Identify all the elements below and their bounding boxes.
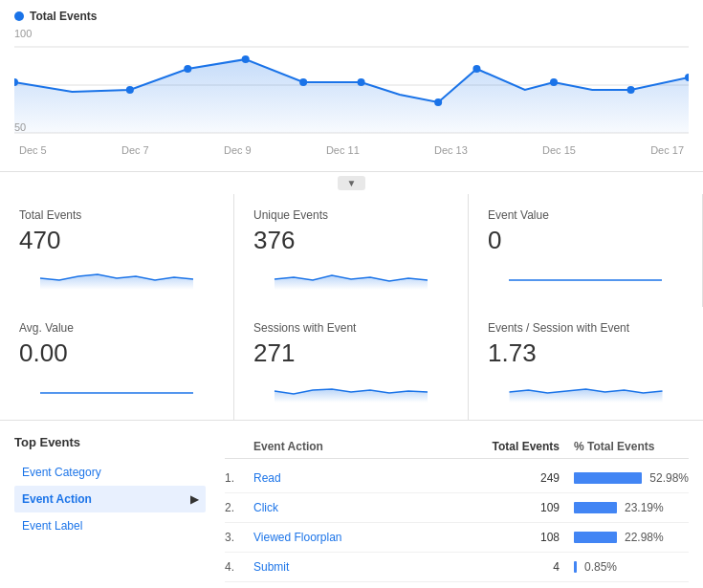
sparkline-avg-value — [19, 374, 214, 403]
svg-point-8 — [299, 78, 307, 86]
legend-label: Total Events — [30, 10, 97, 23]
metric-cell-avg-value: Avg. Value 0.00 — [0, 307, 234, 420]
metric-value-avg-value: 0.00 — [19, 338, 214, 368]
row-name-submit[interactable]: Submit — [253, 560, 478, 574]
metric-cell-sessions-event: Sessions with Event 271 — [234, 307, 469, 420]
x-label-dec13: Dec 13 — [434, 144, 468, 156]
col-header-action: Event Action — [253, 440, 478, 453]
y-labels: 100 50 — [14, 28, 32, 133]
svg-point-13 — [627, 86, 635, 94]
chart-container: Total Events 100 50 — [0, 0, 703, 172]
chart-legend: Total Events — [14, 10, 689, 23]
metric-value-events-per-session: 1.73 — [488, 338, 684, 368]
row-total-floorplan: 108 — [478, 531, 574, 544]
metric-label-unique-events: Unique Events — [253, 208, 449, 222]
chart-area: 100 50 — [14, 28, 689, 162]
row-total-click: 109 — [478, 501, 574, 514]
sidebar-item-event-action[interactable]: Event Action ▶ — [14, 486, 206, 512]
bar-click — [574, 502, 617, 513]
svg-point-5 — [126, 86, 134, 94]
row-total-read: 249 — [478, 471, 574, 485]
metric-label-events-per-session: Events / Session with Event — [488, 321, 684, 335]
table-area: Event Action Total Events % Total Events… — [225, 435, 689, 582]
top-events-title: Top Events — [14, 435, 206, 449]
svg-marker-3 — [14, 59, 689, 133]
row-name-floorplan[interactable]: Viewed Floorplan — [253, 531, 478, 544]
x-label-dec15: Dec 15 — [542, 144, 576, 156]
metrics-grid: Total Events 470 Unique Events 376 — [0, 194, 703, 421]
bar-cell-submit: 0.85% — [574, 560, 689, 574]
svg-point-7 — [242, 55, 250, 63]
bar-floorplan — [574, 532, 617, 543]
bottom-section: Top Events Event Category Event Action ▶… — [0, 421, 703, 588]
bar-submit — [574, 561, 577, 573]
svg-point-11 — [472, 65, 480, 73]
col-header-total: Total Events — [478, 440, 574, 453]
bar-cell-read: 52.98% — [574, 471, 689, 485]
pct-floorplan: 22.98% — [625, 531, 664, 544]
sidebar-item-event-label[interactable]: Event Label — [14, 512, 206, 539]
chart-svg — [14, 28, 689, 142]
metric-cell-events-per-session: Events / Session with Event 1.73 — [469, 307, 703, 420]
pct-read: 52.98% — [649, 471, 689, 485]
table-row: 1. Read 249 52.98% — [225, 464, 689, 493]
rank-4: 4. — [225, 560, 253, 574]
metric-value-unique-events: 376 — [253, 226, 449, 255]
svg-point-10 — [434, 98, 442, 106]
metric-value-sessions-event: 271 — [253, 338, 449, 368]
pct-submit: 0.85% — [584, 560, 617, 574]
y-label-100: 100 — [14, 28, 32, 39]
legend-dot — [14, 11, 24, 21]
x-label-dec9: Dec 9 — [224, 144, 252, 156]
sparkline-unique-events — [253, 261, 449, 290]
row-total-submit: 4 — [478, 560, 574, 574]
y-label-50: 50 — [14, 121, 32, 133]
sparkline-total-events — [19, 261, 214, 290]
bar-cell-click: 23.19% — [574, 501, 689, 514]
metric-cell-total-events: Total Events 470 — [0, 194, 234, 307]
sparkline-events-per-session — [488, 374, 684, 403]
metric-label-sessions-event: Sessions with Event — [253, 321, 449, 335]
sparkline-event-value — [488, 261, 683, 290]
sidebar-label-event-category: Event Category — [22, 466, 101, 479]
top-events-sidebar: Top Events Event Category Event Action ▶… — [14, 435, 206, 582]
rank-2: 2. — [225, 501, 253, 514]
metric-value-event-value: 0 — [488, 226, 683, 255]
col-header-pct: % Total Events — [574, 440, 689, 453]
metric-label-event-value: Event Value — [488, 208, 683, 222]
table-row: 3. Viewed Floorplan 108 22.98% — [225, 523, 689, 553]
sidebar-label-event-label: Event Label — [22, 519, 82, 533]
table-row: 4. Submit 4 0.85% — [225, 553, 689, 582]
metric-label-total-events: Total Events — [19, 208, 214, 222]
metric-value-total-events: 470 — [19, 226, 214, 255]
svg-point-12 — [550, 78, 558, 86]
row-name-click[interactable]: Click — [253, 501, 478, 514]
bar-cell-floorplan: 22.98% — [574, 531, 689, 544]
pct-click: 23.19% — [625, 501, 664, 514]
svg-marker-15 — [40, 274, 193, 290]
arrow-icon: ▶ — [190, 493, 198, 506]
sparkline-sessions-event — [253, 374, 449, 403]
svg-point-6 — [184, 65, 191, 73]
x-label-dec5: Dec 5 — [19, 144, 47, 156]
table-row: 2. Click 109 23.19% — [225, 493, 689, 523]
metric-label-avg-value: Avg. Value — [19, 321, 214, 335]
metric-cell-event-value: Event Value 0 — [469, 194, 703, 307]
sidebar-label-event-action: Event Action — [22, 492, 92, 506]
svg-point-9 — [358, 78, 365, 86]
rank-1: 1. — [225, 471, 253, 485]
table-header: Event Action Total Events % Total Events — [225, 435, 689, 459]
scroll-indicator: ▼ — [0, 172, 703, 194]
sidebar-item-event-category[interactable]: Event Category — [14, 459, 206, 486]
x-label-dec17: Dec 17 — [650, 144, 684, 156]
x-labels: Dec 5 Dec 7 Dec 9 Dec 11 Dec 13 Dec 15 D… — [14, 144, 689, 156]
metric-cell-unique-events: Unique Events 376 — [234, 194, 469, 307]
rank-3: 3. — [225, 531, 253, 544]
col-rank — [225, 440, 253, 453]
x-label-dec11: Dec 11 — [326, 144, 360, 156]
row-name-read[interactable]: Read — [253, 471, 478, 485]
bar-read — [574, 472, 642, 484]
scroll-button[interactable]: ▼ — [338, 176, 366, 190]
x-label-dec7: Dec 7 — [121, 144, 149, 156]
